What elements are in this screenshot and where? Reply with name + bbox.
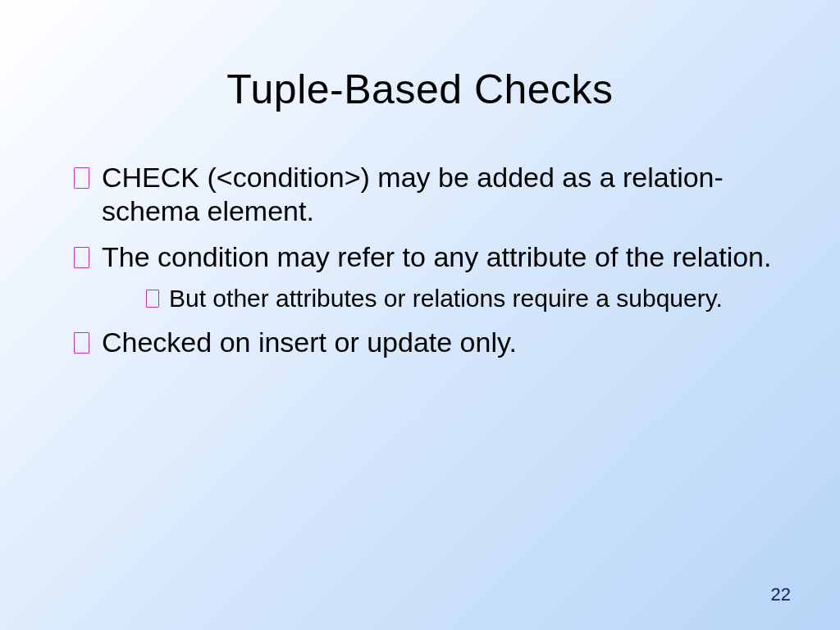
bullet-list: CHECK (<condition>) may be added as a re… — [57, 161, 783, 359]
slide-title: Tuple-Based Checks — [57, 66, 783, 113]
bullet-text: But other attributes or relations requir… — [169, 285, 723, 312]
page-number: 22 — [771, 584, 791, 605]
bullet-text: Checked on insert or update only. — [102, 326, 517, 358]
sub-bullet-list: But other attributes or relations requir… — [102, 284, 783, 314]
bullet-text: The condition may refer to any attribute… — [102, 241, 771, 272]
list-item: But other attributes or relations requir… — [146, 284, 783, 314]
slide: Tuple-Based Checks CHECK (<condition>) m… — [0, 0, 840, 630]
bullet-text: CHECK (<condition>) may be added as a re… — [102, 162, 724, 226]
list-item: The condition may refer to any attribute… — [74, 240, 783, 314]
list-item: Checked on insert or update only. — [74, 326, 783, 359]
list-item: CHECK (<condition>) may be added as a re… — [74, 161, 783, 229]
